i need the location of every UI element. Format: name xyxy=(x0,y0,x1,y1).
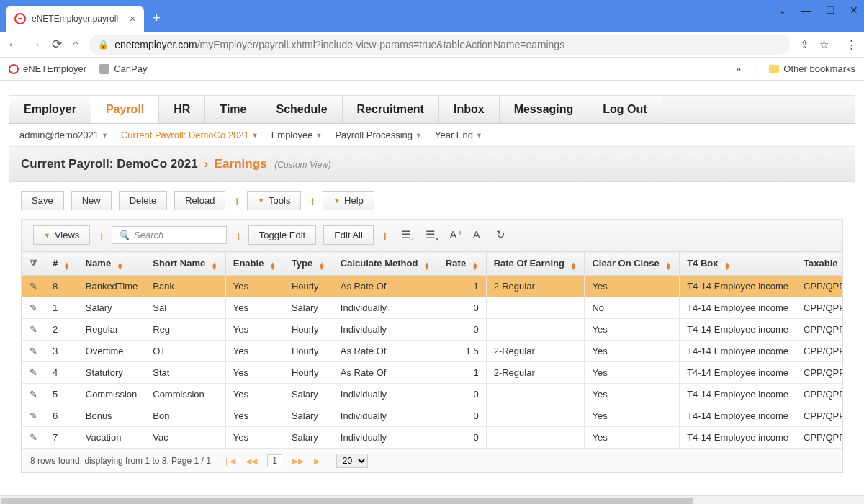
other-bookmarks[interactable]: Other bookmarks xyxy=(769,63,855,74)
tab-messaging[interactable]: Messaging xyxy=(500,96,589,123)
pager-last-icon[interactable]: ▶❘ xyxy=(314,456,326,466)
edit-row-icon[interactable]: ✎ xyxy=(30,302,37,313)
edit-row-icon[interactable]: ✎ xyxy=(30,432,37,443)
table-row[interactable]: ✎8BankedTimeBankYesHourlyAs Rate Of12-Re… xyxy=(22,276,844,297)
help-dropdown[interactable]: ▼Help xyxy=(323,191,374,210)
save-button[interactable]: Save xyxy=(21,191,64,210)
cell: Bonus xyxy=(78,405,145,427)
edit-row-icon[interactable]: ✎ xyxy=(30,410,37,421)
forward-icon[interactable]: → xyxy=(30,37,42,52)
edit-row-icon[interactable]: ✎ xyxy=(30,389,37,400)
table-row[interactable]: ✎4StatutoryStatYesHourlyAs Rate Of12-Reg… xyxy=(22,362,844,384)
col-rate-of-earning[interactable]: Rate Of Earning ▲▼ xyxy=(486,252,585,276)
tab-time[interactable]: Time xyxy=(205,96,261,123)
sort-icon[interactable]: ▲▼ xyxy=(423,262,431,269)
toggle-edit-button[interactable]: Toggle Edit xyxy=(248,225,316,245)
tools-dropdown[interactable]: ▼Tools xyxy=(247,191,301,210)
new-tab-button[interactable]: + xyxy=(153,11,161,26)
pager-first-icon[interactable]: ❘◀ xyxy=(223,456,235,466)
col-t4-box[interactable]: T4 Box ▲▼ xyxy=(680,252,796,276)
bookmark-canpay[interactable]: CanPay xyxy=(99,63,147,74)
subnav-payroll-processing[interactable]: Payroll Processing ▼ xyxy=(335,130,422,140)
refresh-icon[interactable]: ↻ xyxy=(496,228,505,243)
sort-icon[interactable]: ▲▼ xyxy=(63,262,71,269)
chevron-down-icon[interactable]: ⌄ xyxy=(778,4,787,16)
sort-icon[interactable]: ▲▼ xyxy=(724,262,731,269)
home-icon[interactable]: ⌂ xyxy=(72,37,79,52)
browser-tab[interactable]: eNETEmployer:payroll × xyxy=(6,6,144,32)
tab-hr[interactable]: HR xyxy=(159,96,205,123)
tab-employer[interactable]: Employer xyxy=(9,96,91,123)
subnav-payroll[interactable]: Current Payroll: DemoCo 2021 ▼ xyxy=(121,130,258,140)
reload-button[interactable]: Reload xyxy=(174,191,225,210)
col-rate[interactable]: Rate ▲▼ xyxy=(438,252,486,276)
sort-icon[interactable]: ▲▼ xyxy=(318,262,325,269)
subnav-employee[interactable]: Employee ▼ xyxy=(271,130,323,140)
font-increase-icon[interactable]: A⁺ xyxy=(450,228,463,243)
new-button[interactable]: New xyxy=(71,191,112,210)
pager-page[interactable]: 1 xyxy=(267,454,282,467)
url-field[interactable]: 🔒 enetemployer.com/myEmployer/payroll.xh… xyxy=(89,35,790,55)
edit-all-button[interactable]: Edit All xyxy=(323,225,374,245)
menu-icon[interactable]: ⋮ xyxy=(846,38,857,51)
edit-row-icon[interactable]: ✎ xyxy=(30,346,37,356)
table-row[interactable]: ✎6BonusBonYesSalaryIndividually0YesT4-14… xyxy=(22,405,844,427)
table-row[interactable]: ✎5CommissionCommissionYesSalaryIndividua… xyxy=(22,384,844,405)
maximize-icon[interactable]: ☐ xyxy=(826,4,835,16)
font-decrease-icon[interactable]: A⁻ xyxy=(473,228,486,243)
col-type[interactable]: Type ▲▼ xyxy=(284,252,333,276)
views-dropdown[interactable]: ▼Views xyxy=(33,225,90,245)
back-icon[interactable]: ← xyxy=(7,37,19,52)
sort-icon[interactable]: ▲▼ xyxy=(211,262,218,269)
col-calculate-method[interactable]: Calculate Method ▲▼ xyxy=(333,252,438,276)
sort-icon[interactable]: ▲▼ xyxy=(665,262,672,269)
table-row[interactable]: ✎3OvertimeOTYesHourlyAs Rate Of1.52-Regu… xyxy=(22,341,844,362)
sort-icon[interactable]: ▲▼ xyxy=(472,262,479,269)
table-row[interactable]: ✎1SalarySalYesSalaryIndividually0NoT4-14… xyxy=(22,297,844,319)
horizontal-scrollbar[interactable] xyxy=(0,495,864,504)
tab-schedule[interactable]: Schedule xyxy=(261,96,342,123)
tab-recruitment[interactable]: Recruitment xyxy=(343,96,439,123)
cell: ✎ xyxy=(22,362,45,384)
cell: Salary xyxy=(78,297,145,319)
col-taxable[interactable]: Taxable ▲▼ xyxy=(796,252,843,276)
clear-filter-icon[interactable]: ☰✕ xyxy=(426,228,440,243)
bookmarks-overflow-icon[interactable]: » xyxy=(736,63,741,74)
table-row[interactable]: ✎7VacationVacYesSalaryIndividually0YesT4… xyxy=(22,427,844,449)
col-edit[interactable]: ⧩ xyxy=(22,252,45,276)
subnav-user[interactable]: admin@demo2021 ▼ xyxy=(19,130,108,140)
page-size-select[interactable]: 20 xyxy=(336,454,368,468)
reload-icon[interactable]: ⟳ xyxy=(52,37,62,52)
col-clear-on-close[interactable]: Clear On Close ▲▼ xyxy=(585,252,680,276)
search-input[interactable]: 🔍 Search xyxy=(112,226,227,244)
tab-inbox[interactable]: Inbox xyxy=(439,96,500,123)
col-short-name[interactable]: Short Name ▲▼ xyxy=(145,252,225,276)
table-row[interactable]: ✎2RegularRegYesHourlyIndividually0YesT4-… xyxy=(22,319,844,341)
filter-funnel-icon[interactable]: ⧩ xyxy=(30,258,37,269)
tab-payroll[interactable]: Payroll xyxy=(91,96,159,123)
sort-icon[interactable]: ▲▼ xyxy=(570,262,577,269)
pager-prev-icon[interactable]: ◀◀ xyxy=(246,456,257,466)
tab-log-out[interactable]: Log Out xyxy=(588,96,662,123)
minimize-icon[interactable]: — xyxy=(801,4,811,16)
bookmark-star-icon[interactable]: ☆ xyxy=(819,38,829,51)
col-enable[interactable]: Enable ▲▼ xyxy=(225,252,284,276)
sort-icon[interactable]: ▲▼ xyxy=(117,262,124,269)
sort-icon[interactable]: ▲▼ xyxy=(269,262,276,269)
subnav-year-end[interactable]: Year End ▼ xyxy=(435,130,482,140)
bookmark-enetemployer[interactable]: eNETEmployer xyxy=(9,63,86,74)
edit-row-icon[interactable]: ✎ xyxy=(30,367,37,378)
share-icon[interactable]: ⇪ xyxy=(800,38,809,51)
cell: Overtime xyxy=(78,341,145,362)
col-name[interactable]: Name ▲▼ xyxy=(78,252,145,276)
delete-button[interactable]: Delete xyxy=(119,191,168,210)
close-tab-icon[interactable]: × xyxy=(130,13,135,24)
col--[interactable]: # ▲▼ xyxy=(45,252,78,276)
cell: Yes xyxy=(585,427,680,449)
close-window-icon[interactable]: ✕ xyxy=(850,4,858,16)
edit-row-icon[interactable]: ✎ xyxy=(30,324,37,335)
filter-icon[interactable]: ☰✓ xyxy=(401,228,415,243)
cell: Salary xyxy=(284,427,333,449)
edit-row-icon[interactable]: ✎ xyxy=(30,281,37,292)
pager-next-icon[interactable]: ▶▶ xyxy=(292,456,304,466)
